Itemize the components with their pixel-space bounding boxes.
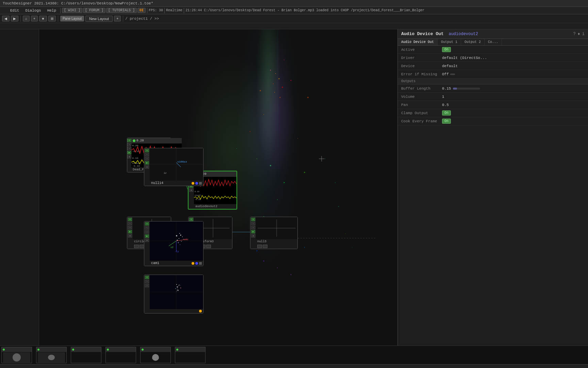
toggle-error-off[interactable] — [450, 74, 455, 75]
canvas-area[interactable]: ⊙ ✎ ✕ ▶ ◆ 0.20 0.20 -0.20 — [39, 29, 397, 346]
node-cam1-btn-view[interactable]: ⊙ — [145, 222, 149, 226]
thumb-node-3[interactable] — [71, 347, 101, 363]
node-extra-content — [150, 275, 203, 313]
node-cam1-btn-arrow[interactable]: ▶ — [145, 234, 149, 238]
nav-back-btn[interactable]: ◀ — [2, 16, 10, 21]
node-null3-btn-arrow[interactable]: ▶ — [251, 230, 255, 233]
add-tab-btn[interactable]: + — [114, 16, 121, 21]
node-cam1-btn-x[interactable]: ✕ — [145, 230, 149, 234]
forum-tag[interactable]: [ FORUM ] — [83, 8, 105, 13]
node-btn-edit[interactable]: ✎ — [127, 143, 131, 146]
panel-diamond-icon[interactable]: ♦ — [578, 32, 580, 36]
node-null14[interactable]: ⊙ ✎ ✕ ▶ ◆ s100zz lz — [144, 148, 203, 186]
svg-point-32 — [352, 247, 353, 248]
node-circle-btn-arrow[interactable]: ▶ — [128, 230, 132, 233]
menu-help[interactable]: Help — [45, 8, 59, 13]
thumb-node-2[interactable] — [36, 347, 67, 363]
transform-footer-btn3[interactable] — [206, 245, 211, 248]
thumb-6-header — [175, 347, 205, 352]
toggle-active[interactable]: On — [442, 47, 451, 52]
node-audio2-label: audiodevout2 — [194, 204, 236, 209]
node-btn-x[interactable]: ✕ — [127, 147, 131, 150]
node-null14-btn-view[interactable]: ⊙ — [145, 149, 149, 152]
node-cam1[interactable]: ⊙ ✎ ✕ ▶ ◆ — [144, 221, 203, 266]
svg-point-9 — [270, 165, 271, 166]
svg-point-25 — [325, 158, 325, 159]
toolbar-sep2 — [58, 16, 58, 22]
toggle-cook[interactable]: On — [442, 119, 451, 124]
node-circle-btn-x[interactable]: ✕ — [128, 226, 132, 229]
node-btn-lock[interactable]: ◆ — [127, 155, 131, 158]
tab-output1[interactable]: Output 1 — [438, 39, 461, 45]
node-extra[interactable]: ⊙ ✎ ✕ — [144, 275, 203, 313]
node-null14-btn-arrow[interactable]: ▶ — [145, 161, 149, 165]
svg-text:s2: s2 — [170, 246, 173, 249]
wiki-tag[interactable]: [ WIKI ] — [62, 8, 82, 13]
tab-co[interactable]: Co... — [485, 39, 502, 45]
footer-btn1[interactable] — [134, 245, 139, 248]
node-transform-btn-view[interactable]: ⊙ — [189, 218, 193, 221]
toggle-clamp[interactable]: On — [442, 110, 451, 116]
tutorials-tag[interactable]: [ TUTORIALS ] — [106, 8, 137, 13]
svg-rect-96 — [107, 352, 134, 363]
node-circle-btn-view[interactable]: ⊙ — [128, 218, 132, 221]
thumb-node-6[interactable] — [175, 347, 206, 363]
node-btn-arrow[interactable]: ▶ — [127, 151, 131, 154]
value-volume[interactable]: 1 — [442, 95, 444, 99]
node-extra-preview — [150, 275, 203, 309]
node-cam1-label: cam1 — [151, 261, 191, 265]
panel-row-buffer: Buffer Length 0.15 — [398, 85, 588, 93]
tab-audio-device-out[interactable]: Audio Device Out — [398, 39, 438, 45]
value-error-off: Off — [442, 72, 449, 76]
null3-footer-btn1[interactable] — [257, 245, 262, 248]
node-btn-view[interactable]: ⊙ — [127, 139, 131, 142]
node-null3-btn-x[interactable]: ✕ — [251, 226, 255, 229]
null3-footer-btn2[interactable] — [263, 245, 267, 248]
star-btn[interactable]: ★ — [39, 16, 47, 21]
menu-dialogs[interactable]: Dialogs — [22, 8, 44, 13]
thumbnail-strip — [0, 346, 588, 364]
tab-output2[interactable]: Output 2 — [461, 39, 485, 45]
menu-file[interactable] — [1, 10, 7, 11]
value-buffer[interactable]: 0.15 — [442, 87, 451, 91]
node-circle-btn-edit[interactable]: ✎ — [128, 222, 132, 225]
node-null3-btn-edit[interactable]: ✎ — [251, 222, 255, 225]
footer-btn2[interactable] — [140, 245, 144, 248]
value-pan[interactable]: 0.5 — [442, 103, 449, 107]
thumb-node-5[interactable] — [140, 347, 171, 363]
node-extra-btn-edit[interactable]: ✎ — [145, 280, 149, 283]
thumb-4-preview — [106, 352, 136, 363]
node-null14-btn-edit[interactable]: ✎ — [145, 153, 149, 156]
node-circle-btn-lock[interactable]: ◆ — [128, 234, 132, 237]
grid-btn[interactable]: ⊞ — [48, 16, 56, 21]
buffer-slider-track[interactable] — [453, 88, 480, 90]
node-null14-btn-x[interactable]: ✕ — [145, 157, 149, 160]
add-btn[interactable]: + — [31, 16, 38, 21]
panel-title: Audio Device Out — [401, 31, 444, 36]
home-btn[interactable]: ⌂ — [23, 16, 30, 21]
node-extra-btn-x[interactable]: ✕ — [145, 284, 149, 287]
thumb-node-4[interactable] — [105, 347, 136, 363]
new-layout-btn[interactable]: New Layout — [85, 16, 113, 22]
pane-layout-btn[interactable]: Pane Layout — [60, 16, 84, 21]
nav-forward-btn[interactable]: ▶ — [11, 16, 18, 21]
svg-point-37 — [274, 92, 275, 93]
menu-edit[interactable]: Edit — [7, 8, 22, 13]
node-null14-btn-lock[interactable]: ◆ — [145, 165, 149, 169]
node-circle-btns: ⊙ ✎ ✕ ▶ ◆ — [127, 217, 133, 249]
panel-info-icon[interactable]: i — [582, 32, 585, 36]
node-audio2-btn-lock[interactable]: ◆ — [189, 188, 193, 192]
node-extra-btn-view[interactable]: ⊙ — [145, 276, 149, 279]
svg-point-6 — [307, 97, 309, 98]
node-null3-btn-lock[interactable]: ◆ — [251, 234, 255, 237]
node-cam1-btn-lock[interactable]: ◆ — [145, 239, 149, 242]
thumb-node-1[interactable] — [1, 347, 32, 363]
node-null3[interactable]: ⊙ ✎ ✕ ▶ ◆ null3 — [250, 217, 298, 249]
panel-header-left: Audio Device Out audiodevout2 — [401, 31, 478, 36]
oi-tag[interactable]: OI — [137, 8, 146, 13]
node-cam1-btn-edit[interactable]: ✎ — [145, 226, 149, 230]
node-null3-btn-view[interactable]: ⊙ — [251, 218, 255, 221]
panel-help-icon[interactable]: ? — [573, 32, 575, 36]
cam1-status-blue — [195, 262, 198, 265]
panel-row-error: Error if Missing Off — [398, 70, 588, 78]
